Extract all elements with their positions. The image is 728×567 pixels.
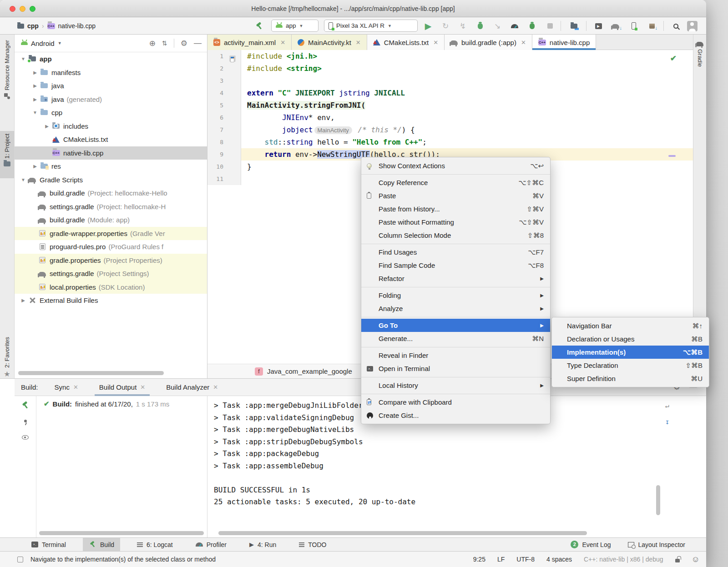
close-icon[interactable]: ✕ (140, 384, 145, 391)
tree-item-native-lib[interactable]: C++native-lib.cpp (15, 146, 207, 160)
toolwindow-run[interactable]: ▶4: Run (243, 538, 282, 552)
titlebar[interactable]: Hello-cmake [/tmp/hellocmake] - .../app/… (0, 0, 706, 17)
tab-build-analyzer[interactable]: Build Analyzer✕ (162, 379, 222, 396)
toolwindow-layout-inspector[interactable]: Layout Inspector (628, 538, 685, 552)
tree-item-settings-gradle-project[interactable]: settings.gradle(Project: hellocmake-H (15, 200, 207, 214)
menu-item-reveal-in-finder[interactable]: Reveal in Finder (361, 349, 550, 362)
submenu-item-navigation-bar[interactable]: Navigation Bar⌘↑ (552, 319, 709, 332)
sidebar-item-project[interactable]: 1: Project (0, 134, 14, 166)
tree-item-gradle-properties[interactable]: gradle.properties(Project Properties) (15, 254, 207, 267)
pin-icon[interactable] (22, 419, 28, 425)
line-ending[interactable]: LF (497, 556, 505, 563)
hide-panel-icon[interactable]: — (194, 39, 202, 48)
gear-icon[interactable]: ⚙ (181, 39, 187, 48)
chevron-expanded-icon[interactable]: ▼ (18, 177, 28, 182)
run-button[interactable]: ▶ (422, 20, 434, 31)
menu-item-paste-from-history[interactable]: Paste from History...⇧⌘V (361, 202, 550, 216)
lock-open-icon[interactable] (675, 559, 680, 562)
sdk-manager-button[interactable]: ↓ (646, 20, 658, 31)
tree-item-gradle-wrapper-properties[interactable]: gradle-wrapper.properties(Gradle Ver (15, 227, 207, 241)
menu-item-go-to[interactable]: Go To▶ (361, 319, 550, 332)
breadcrumb[interactable]: cpp › C++ native-lib.cpp (17, 17, 96, 35)
chevron-collapsed-icon[interactable]: ▶ (18, 298, 28, 303)
profile-button[interactable] (509, 20, 521, 31)
menu-item-find-sample-code[interactable]: Find Sample Code⌥F8 (361, 259, 550, 272)
tree-item-proguard-rules[interactable]: proguard-rules.pro(ProGuard Rules f (15, 240, 207, 254)
menu-item-paste-without-formatting[interactable]: Paste without Formatting⌥⇧⌘V (361, 216, 550, 229)
tree-item-external-build-files[interactable]: ▶External Build Files (15, 294, 207, 307)
capture-button[interactable] (568, 20, 580, 31)
menu-item-paste[interactable]: Paste⌘V (361, 189, 550, 202)
toolwindow-logcat[interactable]: 6: Logcat (131, 538, 179, 552)
profile-avatar-button[interactable] (686, 20, 698, 31)
menu-item-refactor[interactable]: Refactor▶ (361, 272, 550, 285)
tab-activity-main-xml[interactable]: <>activity_main.xml✕ (207, 35, 292, 50)
menu-item-analyze[interactable]: Analyze▶ (361, 302, 550, 315)
chevron-collapsed-icon[interactable]: ▶ (30, 164, 40, 169)
avd-manager-button[interactable] (628, 20, 640, 31)
close-icon[interactable]: ✕ (521, 39, 526, 46)
tree-item-build-gradle-module[interactable]: build.gradle(Module: app) (15, 213, 207, 227)
tree-item-res[interactable]: ▶res (15, 160, 207, 173)
submenu-item-implementations[interactable]: Implementation(s)⌥⌘B (552, 346, 709, 359)
stop-button[interactable] (544, 20, 556, 31)
fold-marker-icon[interactable] (230, 58, 234, 62)
close-icon[interactable]: ✕ (356, 39, 361, 46)
horizontal-scrollbar[interactable] (218, 531, 587, 535)
debug-button[interactable] (474, 20, 486, 31)
caret-position[interactable]: 9:25 (473, 556, 485, 563)
chevron-collapsed-icon[interactable]: ▶ (30, 83, 40, 88)
breadcrumb-folder[interactable]: cpp (27, 22, 39, 30)
tab-sync[interactable]: Sync✕ (50, 379, 83, 396)
breadcrumb-file[interactable]: native-lib.cpp (58, 22, 96, 30)
tree-item-includes[interactable]: ▶includes (15, 120, 207, 133)
inspections-ok-icon[interactable]: ✔ (670, 54, 677, 63)
close-icon[interactable]: ✕ (280, 39, 285, 46)
close-icon[interactable]: ✕ (73, 384, 78, 391)
apply-changes-button[interactable]: ↻ (440, 20, 451, 31)
locate-file-icon[interactable]: ⊕ (149, 39, 156, 48)
menu-item-find-usages[interactable]: Find Usages⌥F7 (361, 246, 550, 259)
make-project-button[interactable] (253, 20, 265, 31)
chevron-down-icon[interactable]: ▼ (58, 41, 62, 45)
tree-item-java-generated[interactable]: ▶java(generated) (15, 93, 207, 106)
chevron-collapsed-icon[interactable]: ▶ (30, 70, 40, 75)
horizontal-scrollbar[interactable] (18, 371, 164, 375)
menu-item-column-selection-mode[interactable]: Column Selection Mode⇧⌘8 (361, 229, 550, 242)
sidebar-item-gradle[interactable]: Gradle (693, 41, 706, 67)
submenu-item-super-definition[interactable]: Super Definition⌘U (552, 372, 709, 385)
close-icon[interactable]: ✕ (213, 384, 218, 391)
toolwindow-todo[interactable]: TODO (293, 538, 332, 552)
menu-item-create-gist[interactable]: Create Gist... (361, 409, 550, 422)
run-config-select[interactable]: app ▼ (271, 20, 318, 32)
tab-mainactivity-kt[interactable]: MainActivity.kt✕ (292, 35, 367, 50)
menu-item-open-in-terminal[interactable]: >_Open in Terminal (361, 362, 550, 375)
status-square-icon[interactable] (17, 557, 23, 562)
tree-item-app[interactable]: ▼app (15, 52, 207, 66)
project-view-selector[interactable]: Android (31, 40, 55, 47)
tree-item-build-gradle-project[interactable]: build.gradle(Project: hellocmake-Hello (15, 186, 207, 200)
menu-item-show-context-actions[interactable]: Show Context Actions⌥↩ (361, 159, 550, 172)
scroll-stripe-mark[interactable] (668, 155, 676, 157)
horizontal-scrollbar[interactable] (39, 531, 204, 535)
file-encoding[interactable]: UTF-8 (516, 556, 535, 563)
profile-low-overhead-button[interactable] (526, 20, 538, 31)
function-breadcrumb[interactable]: Java_com_example_google (267, 367, 352, 375)
chevron-collapsed-icon[interactable]: ▶ (42, 124, 52, 129)
submenu-item-declaration-or-usages[interactable]: Declaration or Usages⌘B (552, 332, 709, 346)
toolwindow-profiler[interactable]: Profiler (190, 538, 233, 552)
indent-setting[interactable]: 4 spaces (546, 556, 572, 563)
sidebar-item-resource-manager[interactable]: Resource Manager (0, 40, 14, 99)
menu-item-copy-reference[interactable]: Copy Reference⌥⇧⌘C (361, 176, 550, 189)
sidebar-item-favorites[interactable]: 2: Favorites ★ (0, 337, 14, 378)
build-status-row[interactable]: ✔ Build: finished at 6/17/20, 1 s 173 ms (44, 400, 169, 408)
tree-item-settings-gradle-settings[interactable]: settings.gradle(Project Settings) (15, 267, 207, 281)
toolwindow-build[interactable]: Build (83, 538, 120, 552)
vertical-scrollbar[interactable] (656, 485, 660, 515)
chevron-expanded-icon[interactable]: ▼ (18, 56, 28, 61)
toolwindow-event-log[interactable]: 2Event Log (571, 538, 611, 552)
device-select[interactable]: Pixel 3a XL API R ▼ (324, 20, 418, 32)
close-icon[interactable]: ✕ (433, 39, 438, 46)
tree-item-cmakelists[interactable]: CMakeLists.txt (15, 133, 207, 146)
tree-item-cpp[interactable]: ▼cpp (15, 106, 207, 120)
